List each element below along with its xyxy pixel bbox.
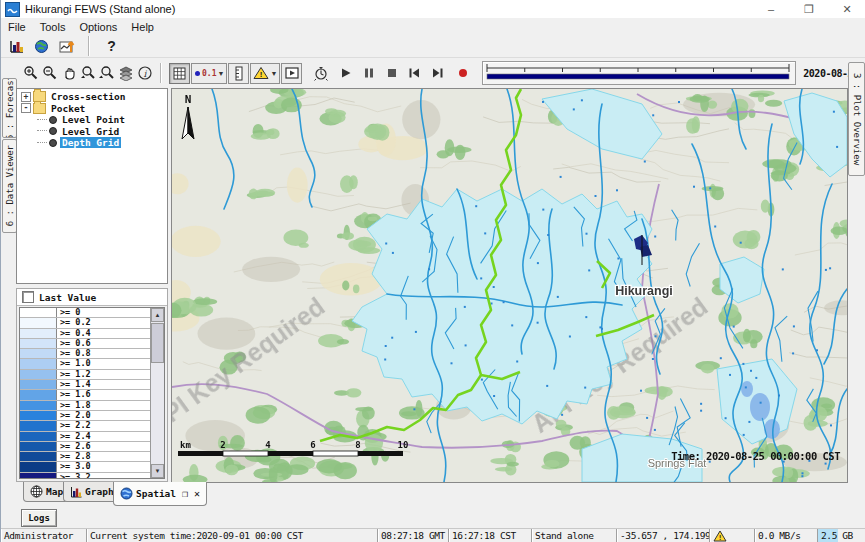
zoom-in-icon[interactable]	[21, 64, 40, 83]
zoom-out-icon[interactable]	[40, 64, 59, 83]
class-interval-dropdown[interactable]: 0.1 ▼	[191, 63, 227, 84]
map-texture	[836, 146, 838, 148]
record-button[interactable]	[453, 64, 472, 83]
legend-color-swatch	[20, 432, 57, 441]
map-texture	[342, 281, 349, 291]
legend-threshold-label: >= 1.4	[57, 380, 150, 389]
map-texture	[595, 195, 597, 197]
legend-color-swatch	[20, 411, 57, 420]
leaf-bullet-icon	[49, 116, 57, 124]
map-texture	[415, 331, 417, 333]
legend-threshold-label: >= 0.4	[57, 329, 150, 338]
scroll-down-icon[interactable]: ▼	[151, 464, 164, 478]
map-texture	[368, 216, 377, 221]
legend-threshold-label: >= 0.6	[57, 339, 150, 348]
timeseries-display-icon[interactable]	[57, 37, 76, 56]
map-texture	[793, 325, 795, 327]
ruler-scale-icon[interactable]	[228, 63, 249, 84]
sidebar-tab-data-viewer[interactable]: 6 : Data Viewer	[2, 139, 17, 233]
tab-maximize-icon[interactable]: ❐	[182, 488, 188, 499]
map-texture	[346, 388, 361, 397]
map-texture	[760, 402, 762, 404]
map-texture	[654, 429, 656, 431]
legend-color-swatch	[20, 349, 57, 358]
scroll-up-icon[interactable]: ▲	[151, 308, 164, 322]
map-texture	[678, 101, 680, 103]
svg-text:!: !	[718, 534, 722, 542]
menu-item-help[interactable]: Help	[124, 20, 161, 34]
map-texture	[729, 374, 731, 376]
tree-item-label: Level Point	[60, 114, 127, 125]
legend-list: >= 0>= 0.2>= 0.4>= 0.6>= 0.8>= 1.0>= 1.2…	[19, 307, 165, 479]
skip-to-start-button[interactable]	[405, 64, 424, 83]
svg-text:i: i	[143, 69, 147, 79]
legend-scrollbar[interactable]: ▲ ▼	[150, 308, 164, 478]
legend-threshold-label: >= 1.0	[57, 359, 150, 368]
legend-threshold-label: >= 3.2	[57, 473, 150, 479]
map-texture	[617, 258, 619, 260]
logs-button[interactable]: Logs	[21, 509, 57, 527]
map-texture	[475, 205, 477, 207]
town-label: Hikurangi	[615, 284, 673, 298]
map-texture	[230, 435, 245, 451]
timeline-slider[interactable]	[482, 61, 796, 85]
close-button[interactable]: ✕	[828, 0, 865, 18]
tree-item-level-grid[interactable]: Level Grid	[17, 126, 167, 138]
timer-settings-icon[interactable]	[311, 64, 330, 83]
warning-icon: !	[713, 530, 727, 542]
map-globe-icon[interactable]	[32, 37, 51, 56]
map-texture	[283, 229, 308, 246]
play-button[interactable]	[336, 64, 355, 83]
tree-guide-line	[37, 119, 47, 121]
legend-color-swatch	[20, 318, 57, 327]
minimize-button[interactable]: –	[752, 0, 790, 18]
menu-item-tools[interactable]: Tools	[33, 20, 73, 34]
tree-item-level-point[interactable]: Level Point	[17, 114, 167, 126]
tree-toggle-icon[interactable]: +	[21, 92, 31, 102]
last-value-checkbox[interactable]	[22, 291, 34, 303]
scrollbar-thumb[interactable]	[151, 323, 164, 363]
map-texture	[437, 150, 450, 158]
scale-unit-label: km	[180, 440, 191, 450]
tree-guide-line	[37, 142, 47, 144]
maximize-button[interactable]: ❐	[790, 0, 828, 18]
menu-item-file[interactable]: File	[1, 20, 33, 34]
window-controls: – ❐ ✕	[752, 0, 865, 18]
sidebar-tab-plot-overview[interactable]: 3 : Plot Overview	[848, 62, 865, 176]
pause-button[interactable]	[359, 64, 378, 83]
zoom-previous-icon[interactable]	[78, 64, 97, 83]
sidebar-tab-forecast[interactable]: 5 : Forecast	[2, 78, 17, 138]
skip-to-end-button[interactable]	[428, 64, 447, 83]
map-texture	[802, 472, 804, 474]
map-viewport[interactable]: API Key Required API Key Required	[171, 88, 848, 483]
tab-spatial[interactable]: Spatial ❐ ✕	[113, 482, 207, 506]
layers-icon[interactable]	[116, 64, 135, 83]
grid-display-icon[interactable]	[169, 63, 190, 84]
tab-graph[interactable]: Graph	[63, 482, 121, 502]
help-button[interactable]: ?	[102, 37, 121, 56]
legend-threshold-label: >= 2.8	[57, 452, 150, 461]
tree-item-depth-grid[interactable]: Depth Grid	[17, 137, 167, 149]
graph-chart-icon	[70, 486, 82, 498]
tab-close-icon[interactable]: ✕	[194, 488, 200, 499]
status-segment: 2.5 GB	[818, 529, 865, 542]
map-texture	[801, 475, 803, 477]
zoom-next-icon[interactable]	[97, 64, 116, 83]
map-texture	[484, 232, 486, 234]
status-text: 16:27:18 CST	[452, 530, 516, 541]
info-icon[interactable]: i	[135, 64, 154, 83]
tree-item-pocket[interactable]: -Pocket	[17, 103, 167, 115]
map-texture	[365, 434, 383, 452]
pan-hand-icon[interactable]	[59, 64, 78, 83]
map-texture	[285, 464, 308, 475]
explorer-chart-icon[interactable]	[7, 37, 26, 56]
status-text: 2.5 GB	[821, 530, 853, 541]
map-texture	[455, 145, 466, 160]
stop-button[interactable]	[382, 64, 401, 83]
sidebar-tab-data-viewer-label: 6 : Data Viewer	[5, 145, 15, 226]
animation-movie-icon[interactable]	[281, 63, 302, 84]
tree-toggle-icon[interactable]: -	[21, 103, 31, 113]
warning-threshold-dropdown[interactable]: ! ▼	[250, 63, 280, 84]
status-segment: -35.657 , 174.199	[617, 529, 710, 542]
menu-item-options[interactable]: Options	[72, 20, 124, 34]
